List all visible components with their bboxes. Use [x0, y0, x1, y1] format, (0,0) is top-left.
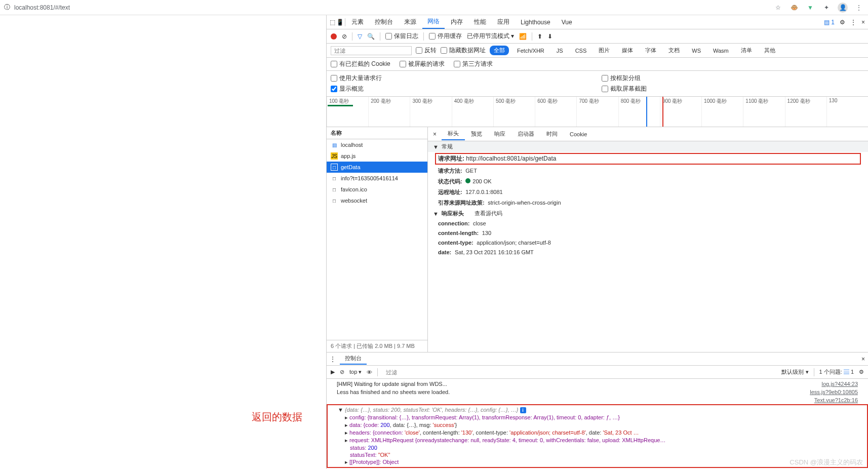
- close-detail-icon[interactable]: ×: [428, 131, 442, 138]
- group-frame-checkbox[interactable]: 按框架分组: [602, 73, 864, 84]
- wifi-icon[interactable]: 📶: [519, 33, 527, 40]
- console-source-link[interactable]: Text.vue?1c2b:16: [814, 397, 858, 403]
- preserve-log-checkbox[interactable]: 保留日志: [385, 31, 418, 42]
- filter-bar: 反转 隐藏数据网址 全部 Fetch/XHR JS CSS 图片 媒体 字体 文…: [327, 44, 868, 58]
- settings-icon[interactable]: ⚙: [840, 19, 845, 26]
- drawer-menu-icon[interactable]: ⋮: [330, 356, 336, 363]
- drawer-tab-console[interactable]: 控制台: [340, 353, 367, 365]
- tab-elements[interactable]: 元素: [346, 16, 369, 28]
- more-icon[interactable]: ⋮: [854, 3, 864, 13]
- screenshot-checkbox[interactable]: 截取屏幕截图: [602, 84, 864, 94]
- tab-memory[interactable]: 内存: [446, 16, 468, 28]
- console-context-select[interactable]: top ▾: [349, 369, 362, 375]
- search-icon[interactable]: 🔍: [367, 33, 375, 40]
- filter-js[interactable]: JS: [553, 47, 567, 55]
- clear-icon[interactable]: ⊘: [342, 33, 347, 40]
- kebab-icon[interactable]: ⋮: [850, 19, 856, 26]
- status-code-row: 状态代码: 200 OK: [428, 176, 868, 187]
- console-eye-icon[interactable]: 👁: [367, 369, 372, 375]
- obj-prototype-row[interactable]: ▸ [[Prototype]]: Object: [338, 458, 857, 466]
- console-filter-input[interactable]: [383, 368, 585, 376]
- blocked-req-checkbox[interactable]: 被屏蔽的请求: [400, 59, 445, 69]
- detail-tab-preview[interactable]: 预览: [465, 128, 488, 140]
- close-devtools-icon[interactable]: ×: [861, 19, 865, 26]
- drawer-close-icon[interactable]: ×: [861, 356, 865, 363]
- tab-sources[interactable]: 来源: [399, 16, 421, 28]
- star-icon[interactable]: ☆: [773, 3, 783, 13]
- filter-manifest[interactable]: 清单: [737, 46, 756, 55]
- filter-doc[interactable]: 文档: [664, 46, 684, 55]
- view-options: 使用大量请求行 显示概览 按框架分组 截取屏幕截图: [327, 71, 868, 97]
- console-source-link[interactable]: less.js?9eb0:10805: [810, 389, 858, 395]
- record-button[interactable]: [331, 33, 337, 40]
- puzzle-icon[interactable]: ✦: [821, 3, 832, 13]
- filter-all[interactable]: 全部: [490, 46, 509, 55]
- obj-data-row[interactable]: ▸ data: {code: 200, data: {…}, msg: 'suc…: [338, 421, 857, 429]
- general-section-header[interactable]: ▼ 常规: [428, 141, 868, 152]
- console-play-icon[interactable]: ▶: [331, 369, 335, 375]
- request-item-info[interactable]: □info?t=1635005416114: [327, 173, 427, 184]
- tab-console[interactable]: 控制台: [370, 16, 398, 28]
- filter-other[interactable]: 其他: [760, 46, 779, 55]
- request-item-localhost[interactable]: ▤localhost: [327, 139, 427, 150]
- user-icon[interactable]: 👤: [838, 3, 848, 13]
- disable-cache-checkbox[interactable]: 停用缓存: [429, 31, 462, 42]
- header-connection: connection: close: [428, 219, 868, 228]
- info-icon[interactable]: i: [520, 407, 526, 413]
- request-item-favicon[interactable]: □favicon.ico: [327, 184, 427, 195]
- console-settings-icon[interactable]: ⚙: [859, 369, 864, 375]
- throttling-select[interactable]: 已停用节流模式 ▾: [467, 32, 514, 41]
- filter-ws[interactable]: WS: [688, 47, 705, 55]
- tab-performance[interactable]: 性能: [469, 16, 491, 28]
- obj-config-row[interactable]: ▸ config: {transitional: {…}, transformR…: [338, 414, 857, 421]
- console-level-select[interactable]: 默认级别 ▾: [781, 368, 808, 376]
- url-text[interactable]: localhost:8081/#/text: [14, 4, 769, 11]
- console-source-link[interactable]: log.js?4244:23: [821, 381, 858, 387]
- response-headers-section[interactable]: ▼ 响应标头 查看源代码: [428, 208, 868, 219]
- monkey-icon[interactable]: 🐵: [789, 3, 799, 13]
- filter-media[interactable]: 媒体: [618, 46, 637, 55]
- show-overview-checkbox[interactable]: 显示概览: [331, 84, 594, 94]
- detail-tab-response[interactable]: 响应: [488, 128, 511, 140]
- detail-tab-cookie[interactable]: Cookie: [564, 129, 593, 139]
- tab-lighthouse[interactable]: Lighthouse: [516, 17, 556, 28]
- download-icon[interactable]: ⬇: [547, 33, 553, 40]
- inspect-icon[interactable]: ⬚: [330, 19, 335, 26]
- timeline-tick: 200 毫秒: [368, 97, 410, 127]
- filter-icon[interactable]: ▽: [358, 33, 362, 40]
- obj-request-row[interactable]: ▸ request: XMLHttpRequest {onreadystatec…: [338, 437, 857, 444]
- timeline-tick: 1100 毫秒: [743, 97, 784, 127]
- request-item-getdata[interactable]: □getData: [327, 162, 427, 173]
- detail-tab-timing[interactable]: 时间: [540, 128, 564, 140]
- console-clear-icon[interactable]: ⊘: [340, 369, 344, 375]
- third-party-checkbox[interactable]: 第三方请求: [454, 59, 493, 69]
- device-icon[interactable]: 📱: [336, 19, 344, 26]
- info-icon[interactable]: ⓘ: [4, 3, 10, 12]
- tab-vue[interactable]: Vue: [557, 17, 577, 28]
- timeline-overview[interactable]: 100 毫秒 200 毫秒 300 毫秒 400 毫秒 500 毫秒 600 毫…: [327, 97, 868, 127]
- tab-network[interactable]: 网络: [422, 15, 445, 29]
- tab-application[interactable]: 应用: [492, 16, 515, 28]
- filter-font[interactable]: 字体: [641, 46, 660, 55]
- upload-icon[interactable]: ⬆: [537, 33, 542, 40]
- filter-wasm[interactable]: Wasm: [709, 47, 733, 55]
- invert-checkbox[interactable]: 反转: [416, 45, 437, 56]
- vue-icon[interactable]: ▼: [805, 3, 815, 13]
- filter-css[interactable]: CSS: [571, 47, 591, 55]
- obj-summary-row[interactable]: ▼ {data: {…}, status: 200, statusText: '…: [338, 406, 857, 414]
- filter-img[interactable]: 图片: [595, 46, 614, 55]
- messages-icon[interactable]: ▤ 1: [824, 19, 835, 26]
- filter-fetch[interactable]: Fetch/XHR: [513, 47, 548, 55]
- request-list-header: 名称: [327, 127, 427, 139]
- blocked-cookies-checkbox[interactable]: 有已拦截的 Cookie: [331, 59, 390, 69]
- timeline-tick: 130: [826, 97, 868, 127]
- obj-headers-row[interactable]: ▸ headers: {connection: 'close', content…: [338, 429, 857, 437]
- request-item-appjs[interactable]: JSapp.js: [327, 150, 427, 162]
- console-issues[interactable]: 1 个问题: ▤ 1: [819, 368, 854, 376]
- detail-tab-initiator[interactable]: 启动器: [511, 128, 540, 140]
- request-item-websocket[interactable]: □websocket: [327, 195, 427, 206]
- large-rows-checkbox[interactable]: 使用大量请求行: [331, 73, 594, 84]
- filter-input[interactable]: [331, 46, 412, 55]
- hide-data-checkbox[interactable]: 隐藏数据网址: [441, 45, 486, 56]
- detail-tab-headers[interactable]: 标头: [442, 128, 465, 140]
